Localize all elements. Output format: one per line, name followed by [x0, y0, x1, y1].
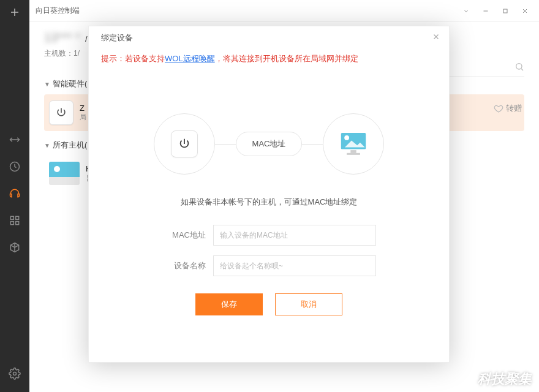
minimize-button[interactable] — [481, 7, 490, 15]
close-icon — [432, 32, 440, 41]
wol-link[interactable]: WOL远程唤醒 — [165, 54, 215, 63]
sidebar — [0, 0, 29, 392]
transfer-button[interactable]: 转赠 — [494, 103, 522, 114]
svg-rect-7 — [16, 222, 19, 225]
cancel-button[interactable]: 取消 — [275, 293, 342, 315]
search-icon — [514, 62, 524, 74]
transfer-label: 转赠 — [506, 103, 522, 114]
power-icon — [49, 100, 74, 125]
svg-rect-5 — [16, 216, 19, 219]
modal-close-button[interactable] — [432, 32, 440, 43]
sidebar-apps-icon[interactable] — [0, 207, 29, 234]
svg-rect-4 — [10, 216, 13, 219]
account-suffix: / — [85, 34, 88, 43]
dropdown-icon[interactable] — [462, 7, 470, 15]
diagram-source-circle — [154, 113, 215, 175]
diagram-line — [215, 144, 236, 145]
title-bar: 向日葵控制端 — [29, 0, 539, 22]
device-smart-sub: 局 — [80, 113, 86, 122]
power-icon — [171, 130, 198, 157]
diagram-target-circle — [323, 113, 384, 175]
svg-point-22 — [345, 135, 350, 140]
device-smart-name: Z — [80, 104, 86, 113]
bind-diagram: MAC地址 — [89, 113, 449, 175]
save-button[interactable]: 保存 — [195, 293, 263, 315]
monitor-icon — [338, 131, 369, 157]
sidebar-cube-icon[interactable] — [0, 234, 29, 261]
modal-description: 如果设备非本帐号下的主机，可通过MAC地址绑定 — [89, 197, 449, 208]
diagram-mid-label: MAC地址 — [236, 132, 303, 156]
app-title: 向日葵控制端 — [36, 6, 462, 16]
mac-label: MAC地址 — [162, 230, 206, 241]
group-smart-hardware-label: 智能硬件( 1 — [53, 78, 94, 89]
modal-hint: 提示：若设备支持WOL远程唤醒，将其连接到开机设备所在局域网并绑定 — [89, 53, 449, 64]
bind-device-modal: 绑定设备 提示：若设备支持WOL远程唤醒，将其连接到开机设备所在局域网并绑定 M… — [88, 26, 450, 363]
svg-point-13 — [516, 63, 522, 69]
monitor-thumb-icon — [49, 162, 80, 185]
close-button[interactable] — [521, 7, 529, 15]
diagram-line — [302, 144, 323, 145]
device-name-input[interactable] — [213, 255, 376, 276]
group-all-hosts-label: 所有主机( — [53, 140, 87, 151]
svg-line-14 — [521, 69, 523, 70]
triangle-down-icon: ▼ — [44, 142, 50, 149]
sidebar-transfer-icon[interactable] — [0, 126, 29, 153]
sidebar-settings-icon[interactable] — [0, 360, 29, 387]
triangle-down-icon: ▼ — [44, 81, 50, 88]
modal-title: 绑定设备 — [101, 32, 437, 43]
maximize-button[interactable] — [501, 7, 510, 15]
device-name-label: 设备名称 — [162, 260, 206, 271]
modal-hint-suffix: ，将其连接到开机设备所在局域网并绑定 — [215, 54, 358, 63]
svg-rect-24 — [351, 150, 356, 153]
svg-rect-6 — [10, 222, 13, 225]
svg-rect-25 — [347, 153, 361, 155]
svg-point-8 — [13, 372, 17, 375]
heart-icon — [494, 104, 503, 113]
mac-input[interactable] — [213, 225, 376, 246]
svg-rect-10 — [503, 9, 507, 13]
sidebar-history-icon[interactable] — [0, 153, 29, 180]
account-number-masked: 13*** * — [44, 31, 80, 45]
sidebar-headset-icon[interactable] — [0, 180, 29, 207]
modal-hint-prefix: 提示：若设备支持 — [101, 54, 165, 63]
new-tab-button[interactable] — [0, 0, 29, 24]
